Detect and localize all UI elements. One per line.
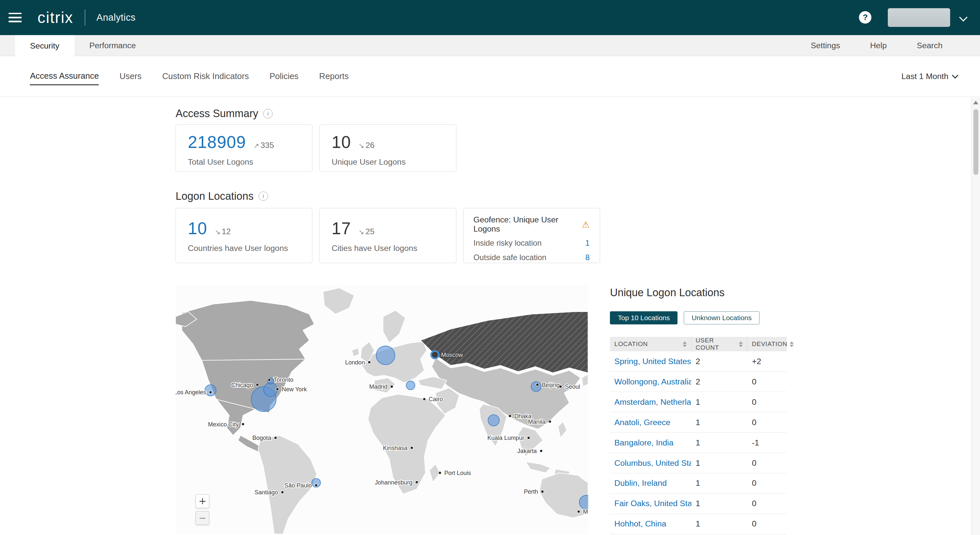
sort-down-icon	[739, 345, 743, 347]
logon-bubble[interactable]	[488, 415, 500, 426]
location-link[interactable]: Wollongong, Australia	[610, 377, 691, 386]
metric-label: Total User Logons	[188, 157, 300, 167]
deviation-cell: 0	[748, 398, 787, 407]
region-philippines	[558, 422, 567, 438]
chevron-down-icon	[952, 72, 958, 79]
risky-location-ring-marker[interactable]	[431, 351, 439, 359]
city-dot	[410, 447, 413, 449]
city-label: Kinshasa	[383, 445, 408, 451]
total-user-logons-card[interactable]: 218909 ↗335 Total User Logons	[175, 124, 312, 172]
nav-item-performance[interactable]: Performance	[75, 35, 151, 56]
citrix-logo: citrix	[37, 8, 73, 27]
cities-card[interactable]: 17 ↘25 Cities have User logons	[319, 208, 456, 263]
info-icon[interactable]: i	[263, 109, 273, 118]
user-count-cell: 1	[691, 499, 748, 508]
user-count-cell: 2	[691, 377, 748, 386]
scrollbar-thumb[interactable]	[974, 109, 978, 175]
chevron-down-icon[interactable]	[959, 13, 967, 22]
unknown-locations-button[interactable]: Unknown Locations	[684, 311, 759, 324]
app-title: Analytics	[97, 12, 135, 23]
city-label: Melbourne	[583, 509, 588, 515]
city-label: Madrid	[369, 384, 387, 391]
metric-value[interactable]: 10	[332, 132, 351, 152]
nav-item-help[interactable]: Help	[855, 35, 902, 56]
city-label: Beijing	[542, 382, 560, 388]
help-icon[interactable]: ?	[859, 11, 872, 24]
menu-icon[interactable]	[0, 0, 30, 35]
zoom-out-button[interactable]: −	[196, 511, 209, 525]
column-header-user-count[interactable]: USER COUNT	[691, 337, 748, 351]
geofence-row-value[interactable]: 1	[585, 238, 590, 248]
city-label: Perth	[524, 489, 538, 495]
location-link[interactable]: Columbus, United Stat...	[610, 459, 691, 468]
tab-custom-risk-indicators[interactable]: Custom Risk Indicators	[162, 68, 249, 85]
metric-value[interactable]: 10	[188, 219, 207, 238]
location-link[interactable]: Fair Oaks, United States	[610, 499, 691, 508]
logon-bubble[interactable]	[264, 383, 278, 397]
sort-icon[interactable]	[790, 341, 794, 347]
user-count-cell: 1	[691, 438, 748, 448]
top-10-locations-button[interactable]: Top 10 Locations	[610, 311, 678, 324]
location-link[interactable]: Spring, United States	[610, 357, 691, 366]
city-dot	[274, 437, 277, 439]
unique-user-logons-card[interactable]: 10 ↘26 Unique User Logons	[319, 124, 456, 172]
tab-access-assurance[interactable]: Access Assurance	[30, 67, 99, 85]
logon-bubble[interactable]	[406, 381, 415, 390]
geofence-row-value[interactable]: 8	[585, 253, 590, 262]
time-range-dropdown[interactable]: Last 1 Month	[902, 72, 958, 81]
logon-bubble[interactable]	[376, 346, 395, 365]
city-dot	[509, 414, 511, 417]
logon-bubble[interactable]	[205, 385, 216, 396]
metric-label: Unique User Logons	[332, 157, 444, 167]
city-dot	[368, 361, 371, 364]
geofence-row-label: Outside safe location	[473, 253, 546, 262]
city-dot	[315, 484, 318, 487]
world-map[interactable]: TorontoChicagoNew YorkLos AngelesMexico …	[175, 286, 588, 534]
primary-nav: SecurityPerformance SettingsHelpSearch	[0, 35, 980, 56]
city-dot	[415, 481, 418, 484]
tab-policies[interactable]: Policies	[269, 68, 299, 85]
table-row: Anatoli, Greece10	[610, 412, 787, 433]
nav-item-security[interactable]: Security	[15, 35, 75, 57]
location-link[interactable]: Amsterdam, Netherla...	[610, 398, 691, 407]
location-link[interactable]: Hohhot, China	[610, 519, 691, 529]
nav-item-settings[interactable]: Settings	[795, 35, 855, 56]
table-row: Bangalore, India1-1	[610, 433, 787, 453]
sort-icon[interactable]	[739, 341, 743, 347]
location-link[interactable]: Bangalore, India	[610, 438, 691, 448]
metric-label: Cities have User logons	[332, 244, 444, 253]
subnav-tabs: Access AssuranceUsersCustom Risk Indicat…	[30, 67, 369, 85]
tab-reports[interactable]: Reports	[319, 68, 349, 85]
scrollbar[interactable]	[971, 97, 980, 535]
sort-icon[interactable]	[683, 341, 687, 347]
city-label: Moscow	[441, 352, 463, 359]
region-russia-hatched	[421, 312, 588, 373]
column-header-deviation[interactable]: DEVIATION	[748, 337, 787, 351]
logon-bubble[interactable]	[531, 382, 541, 392]
city-label: Johannesburg	[375, 479, 413, 486]
region-indonesia-west	[526, 462, 550, 473]
user-menu-redacted[interactable]	[888, 8, 950, 27]
location-link[interactable]: Anatoli, Greece	[610, 418, 691, 427]
tab-users[interactable]: Users	[119, 68, 142, 85]
metric-value[interactable]: 17	[332, 219, 351, 238]
nav-item-search[interactable]: Search	[902, 35, 958, 56]
metric-value[interactable]: 218909	[188, 132, 246, 152]
column-label: DEVIATION	[752, 340, 788, 348]
metric-label: Countries have User logons	[188, 244, 300, 253]
column-label: USER COUNT	[695, 337, 736, 351]
city-dot	[390, 386, 393, 388]
trend-value: 26	[366, 141, 375, 149]
scroll-up-arrow-icon[interactable]	[973, 101, 978, 104]
zoom-in-button[interactable]: +	[196, 494, 209, 508]
city-dot	[549, 421, 551, 423]
location-link[interactable]: Dublin, Ireland	[610, 479, 691, 488]
info-icon[interactable]: i	[259, 192, 268, 201]
sort-up-icon	[790, 341, 794, 344]
countries-card[interactable]: 10 ↘12 Countries have User logons	[175, 208, 312, 263]
logon-locations-title: Logon Locations	[175, 190, 254, 202]
city-dot	[559, 386, 562, 388]
city-label: New York	[282, 386, 307, 393]
city-label: Kuala Lumpur	[488, 435, 525, 441]
column-header-location[interactable]: LOCATION	[610, 337, 691, 351]
